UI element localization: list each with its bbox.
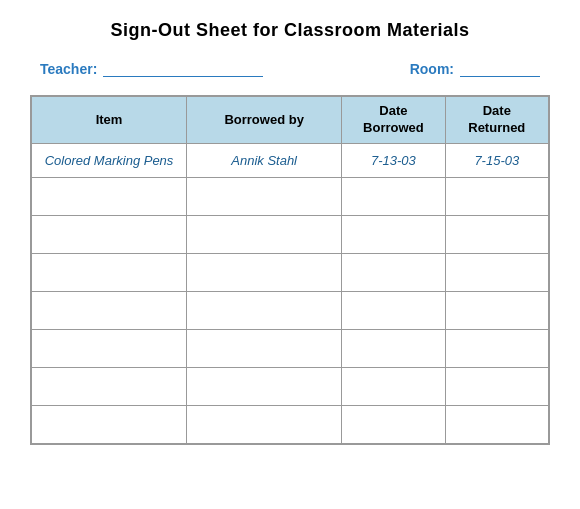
cell-borrowed-by [187,291,342,329]
sign-out-table-wrapper: Item Borrowed by Date Borrowed Date Retu… [30,95,550,445]
room-field-group: Room: [410,59,540,77]
table-row [32,367,549,405]
cell-date-returned [445,329,548,367]
cell-date-returned: 7-15-03 [445,143,548,177]
cell-item [32,253,187,291]
cell-date-borrowed: 7-13-03 [342,143,445,177]
cell-borrowed-by [187,253,342,291]
cell-item: Colored Marking Pens [32,143,187,177]
teacher-field-group: Teacher: [40,59,263,77]
cell-item [32,215,187,253]
header-date-returned: Date Returned [445,97,548,144]
room-input-line[interactable] [460,59,540,77]
table-row [32,291,549,329]
table-row [32,253,549,291]
header-date-borrowed: Date Borrowed [342,97,445,144]
table-row [32,329,549,367]
cell-date-returned [445,367,548,405]
cell-borrowed-by [187,367,342,405]
table-row [32,215,549,253]
cell-item [32,329,187,367]
cell-date-borrowed [342,177,445,215]
cell-borrowed-by [187,177,342,215]
cell-item [32,291,187,329]
cell-date-returned [445,405,548,443]
table-header-row: Item Borrowed by Date Borrowed Date Retu… [32,97,549,144]
cell-date-borrowed [342,253,445,291]
cell-borrowed-by [187,405,342,443]
cell-item [32,367,187,405]
room-label: Room: [410,61,454,77]
table-row [32,405,549,443]
page-title: Sign-Out Sheet for Classroom Materials [30,20,550,41]
cell-date-returned [445,215,548,253]
cell-date-returned [445,177,548,215]
header-borrowed-by: Borrowed by [187,97,342,144]
cell-item [32,177,187,215]
table-row: Colored Marking PensAnnik Stahl7-13-037-… [32,143,549,177]
form-fields: Teacher: Room: [30,59,550,77]
cell-date-borrowed [342,367,445,405]
sign-out-table: Item Borrowed by Date Borrowed Date Retu… [31,96,549,444]
cell-date-borrowed [342,215,445,253]
cell-date-returned [445,253,548,291]
teacher-label: Teacher: [40,61,97,77]
cell-item [32,405,187,443]
teacher-input-line[interactable] [103,59,263,77]
table-row [32,177,549,215]
cell-borrowed-by [187,215,342,253]
cell-date-borrowed [342,329,445,367]
cell-borrowed-by: Annik Stahl [187,143,342,177]
cell-date-returned [445,291,548,329]
cell-date-borrowed [342,291,445,329]
cell-date-borrowed [342,405,445,443]
cell-borrowed-by [187,329,342,367]
header-item: Item [32,97,187,144]
